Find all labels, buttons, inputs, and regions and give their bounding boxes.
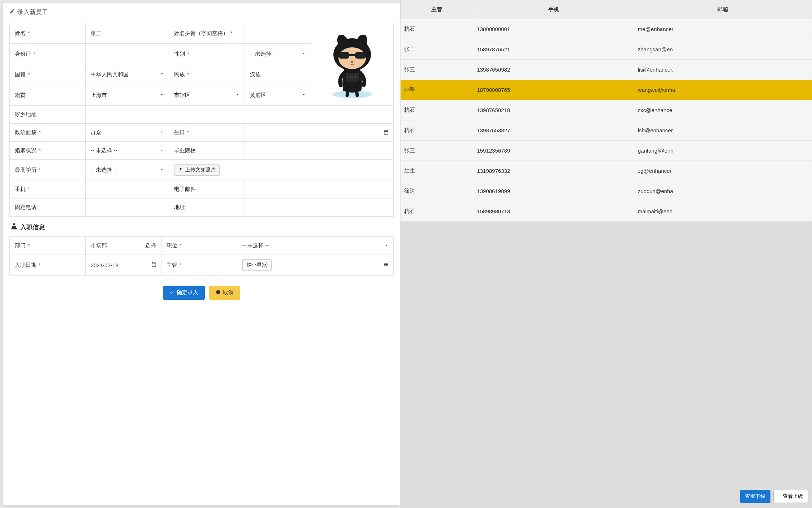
political-label: 政治面貌* xyxy=(10,124,86,142)
table-cell: 13908619899 xyxy=(473,181,634,201)
pinyin-input[interactable] xyxy=(245,23,311,44)
origin-city-select[interactable]: 市辖区 xyxy=(169,85,245,106)
col-supervisor[interactable]: 主管 xyxy=(401,0,473,19)
svg-rect-4 xyxy=(355,52,366,59)
confirm-button[interactable]: 确定录入 xyxy=(163,286,205,300)
phone-label: 固定电话 xyxy=(10,198,86,217)
position-label: 职位* xyxy=(161,237,237,255)
table-cell: me@enhancer xyxy=(634,19,812,39)
chevron-down-icon xyxy=(159,167,164,173)
job-info-grid: 部门* 市场部 选择 职位* -- 未选择 -- 入职日期* 2021-02-1… xyxy=(9,236,394,276)
position-select[interactable]: -- 未选择 -- xyxy=(237,237,394,255)
phone-input[interactable] xyxy=(86,198,169,217)
supervisor-label: 主管* xyxy=(161,255,237,276)
school-input[interactable] xyxy=(245,142,394,160)
home-address-input[interactable] xyxy=(86,106,394,124)
name-label: 姓名* xyxy=(10,23,86,44)
name-input[interactable]: 张三 xyxy=(86,23,169,44)
avatar-image[interactable] xyxy=(311,23,394,106)
view-superiors-button[interactable]: ↑ 查看上级 xyxy=(773,490,808,503)
dept-value-cell: 市场部 选择 xyxy=(86,237,161,255)
table-cell: 杭石 xyxy=(401,201,473,222)
table-row[interactable]: 徐达13908619899zuodun@enha xyxy=(401,181,812,201)
table-cell: zg@enhancer. xyxy=(634,161,812,181)
origin-province-select[interactable]: 上海市 xyxy=(86,85,169,106)
col-phone[interactable]: 手机 xyxy=(473,0,634,19)
pinyin-label: 姓名拼音（字间空格）* xyxy=(169,23,245,44)
list-icon[interactable] xyxy=(383,262,389,269)
address-label: 地址 xyxy=(169,198,245,217)
table-row[interactable]: 张三13987650982lisi@enhancer. xyxy=(401,60,812,80)
table-cell: maimaiti@enh xyxy=(634,201,812,222)
table-cell: 13198976332 xyxy=(473,161,634,181)
table-cell: 杭石 xyxy=(401,19,473,39)
table-cell: lisi@enhancer. xyxy=(634,60,812,80)
id-input[interactable] xyxy=(86,44,169,64)
cancel-button[interactable]: 取消 xyxy=(209,286,240,300)
table-cell: wangwu@enha xyxy=(634,80,812,100)
table-cell: 张三 xyxy=(401,39,473,60)
ethnicity-label: 民族* xyxy=(169,64,245,85)
table-cell: 徐达 xyxy=(401,181,473,201)
education-select[interactable]: -- 未选择 -- xyxy=(86,160,169,180)
table-row[interactable]: 杭石13800000001me@enhancer xyxy=(401,19,812,39)
origin-district-select[interactable]: 黄浦区 xyxy=(245,85,311,106)
gender-select[interactable]: -- 未选择 -- xyxy=(245,44,311,64)
supervisor-chip[interactable]: 赵小翠(5) xyxy=(242,259,272,271)
table-cell: 13800000001 xyxy=(473,19,634,39)
table-cell: zhangsan@en xyxy=(634,39,812,60)
dept-select-link[interactable]: 选择 xyxy=(145,242,156,249)
political-select[interactable]: 群众 xyxy=(86,124,169,142)
email-input[interactable] xyxy=(245,180,394,198)
table-cell: 13987650982 xyxy=(473,60,634,80)
marital-label: 婚姻状况* xyxy=(10,142,86,160)
chevron-down-icon xyxy=(235,92,240,98)
table-cell: 15898980713 xyxy=(473,201,634,222)
supervisor-cell: 赵小翠(5) xyxy=(237,255,394,276)
check-icon xyxy=(169,290,174,296)
ethnicity-input[interactable]: 汉族 xyxy=(245,64,311,85)
table-cell: 18790908765 xyxy=(473,80,634,100)
mobile-input[interactable] xyxy=(86,180,169,198)
chevron-down-icon xyxy=(159,148,164,154)
hire-date-input[interactable]: 2021-02-18 xyxy=(86,255,161,276)
modal-title-text: 录入新员工 xyxy=(17,8,48,16)
chevron-down-icon xyxy=(159,72,164,78)
sitemap-icon xyxy=(11,223,17,231)
table-cell: 生生 xyxy=(401,161,473,181)
nationality-select[interactable]: 中华人民共和国 xyxy=(86,64,169,85)
modal-title: 录入新员工 xyxy=(9,8,394,16)
table-row[interactable]: 杭石13987650218zxc@enhance xyxy=(401,100,812,120)
marital-select[interactable]: -- 未选择 -- xyxy=(86,142,169,160)
svg-rect-3 xyxy=(338,52,349,59)
job-info-section-title: 入职信息 xyxy=(9,217,394,236)
table-row[interactable]: 小翠18790908765wangwu@enha xyxy=(401,80,812,100)
employee-entry-modal: 录入新员工 姓名* 张三 姓名拼音（字间空格）* xyxy=(3,3,400,505)
table-cell: lsh@enhancer. xyxy=(634,120,812,141)
table-cell: 张三 xyxy=(401,141,473,161)
table-footer: 查看下级 ↑ 查看上级 xyxy=(400,490,812,503)
table-row[interactable]: 张三15912356789ganfangf@enh xyxy=(401,141,812,161)
table-row[interactable]: 杭石13987653827lsh@enhancer. xyxy=(401,120,812,141)
birthday-input[interactable]: -- xyxy=(245,124,394,142)
upload-icon xyxy=(178,167,183,173)
table-cell: 15897876521 xyxy=(473,39,634,60)
col-email[interactable]: 邮箱 xyxy=(634,0,812,19)
address-input[interactable] xyxy=(245,198,394,217)
basic-info-grid: 姓名* 张三 姓名拼音（字间空格）* xyxy=(9,23,394,217)
upload-diploma-button[interactable]: 上传文凭照片 xyxy=(174,164,220,176)
id-label: 身份证* xyxy=(10,44,86,64)
pencil-icon xyxy=(9,8,15,16)
table-cell: 15912356789 xyxy=(473,141,634,161)
table-row[interactable]: 张三15897876521zhangsan@en xyxy=(401,39,812,60)
modal-footer: 确定录入 取消 xyxy=(9,276,394,300)
chevron-down-icon xyxy=(301,51,306,57)
calendar-icon xyxy=(151,262,157,269)
table-row[interactable]: 杭石15898980713maimaiti@enh xyxy=(401,201,812,222)
view-subordinates-button[interactable]: 查看下级 xyxy=(740,490,770,503)
octocat-avatar-icon xyxy=(316,27,388,100)
upload-cell: 上传文凭照片 xyxy=(169,160,394,180)
dept-label: 部门* xyxy=(10,237,86,255)
education-label: 最高学历* xyxy=(10,160,86,180)
table-row[interactable]: 生生13198976332zg@enhancer. xyxy=(401,161,812,181)
